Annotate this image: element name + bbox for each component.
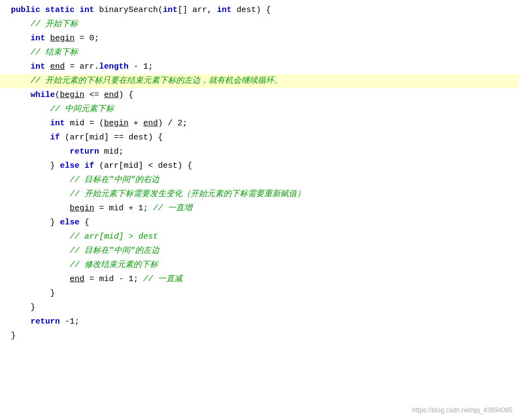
code-line-20: end = mid - 1; // 一直减: [0, 272, 519, 287]
code-line-3: int begin = 0;: [0, 32, 519, 46]
code-viewer: public static int binarySearch(int[] arr…: [0, 0, 519, 420]
code-line-17: // arr[mid] > dest: [0, 230, 519, 244]
code-line-8: // 中间元素下标: [0, 102, 519, 117]
code-line-6: // 开始元素的下标只要在结束元素下标的左边，就有机会继续循环。: [0, 74, 519, 88]
code-line-4: // 结束下标: [0, 46, 519, 60]
code-line-14: // 开始元素下标需要发生变化（开始元素的下标需要重新赋值）: [0, 187, 519, 202]
code-line-5: int end = arr.length - 1;: [0, 60, 519, 74]
code-line-7: while(begin <= end) {: [0, 88, 519, 102]
code-line-11: return mid;: [0, 145, 519, 159]
code-line-22: }: [0, 301, 519, 315]
code-line-24: }: [0, 329, 519, 343]
code-line-13: // 目标在"中间"的右边: [0, 173, 519, 187]
code-line-16: } else {: [0, 216, 519, 230]
code-line-2: // 开始下标: [0, 17, 519, 32]
code-line-12: } else if (arr[mid] < dest) {: [0, 159, 519, 173]
code-line-9: int mid = (begin + end) / 2;: [0, 117, 519, 131]
code-line-15: begin = mid + 1; // 一直增: [0, 202, 519, 216]
code-line-23: return -1;: [0, 315, 519, 329]
code-line-19: // 修改结束元素的下标: [0, 258, 519, 272]
code-line-10: if (arr[mid] == dest) {: [0, 131, 519, 145]
watermark: https://blog.csdn.net/qq_43694085: [412, 405, 512, 416]
code-line-21: }: [0, 287, 519, 301]
code-line-1: public static int binarySearch(int[] arr…: [0, 3, 519, 17]
code-line-18: // 目标在"中间"的左边: [0, 244, 519, 258]
